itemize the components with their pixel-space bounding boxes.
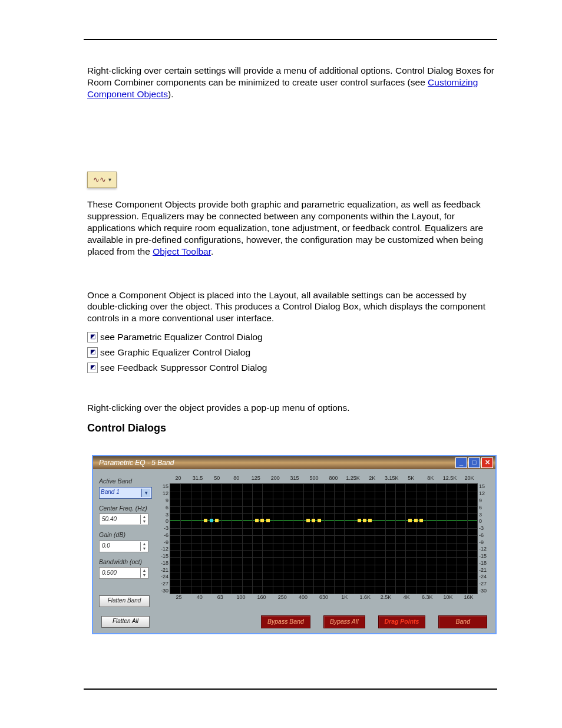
tick-label: 20K <box>459 475 479 483</box>
page-icon: ◩ <box>87 332 98 342</box>
active-band-select[interactable]: Band 1 ▾ <box>99 487 152 499</box>
see-link-label: see Graphic Equalizer Control Dialog <box>100 347 250 358</box>
tick-label: 63 <box>210 594 230 602</box>
x-ticks-bottom: 2540631001602504006301K1.6K2.5K4K6.3K10K… <box>156 594 490 602</box>
tick-label: 9 <box>479 498 490 505</box>
gain-stepper[interactable]: 0.0 ▲▼ <box>99 541 148 552</box>
tick-label: 15 <box>479 483 490 490</box>
tick-label: -21 <box>479 567 490 574</box>
tick-label: 20 <box>168 475 188 483</box>
see-link-row[interactable]: ◩ see Graphic Equalizer Control Dialog <box>87 347 497 358</box>
tick-label: 1K <box>334 594 355 602</box>
tick-label: -18 <box>156 560 168 567</box>
parametric-eq-dialog: Parametric EQ - 5 Band _ □ ✕ Active Band… <box>92 455 497 634</box>
band-node[interactable] <box>215 519 219 522</box>
tick-label: -12 <box>156 546 168 553</box>
maximize-button[interactable]: □ <box>468 457 480 468</box>
tick-label: -27 <box>156 581 168 588</box>
tick-label: 800 <box>324 475 343 483</box>
dialog-title: Parametric EQ - 5 Band <box>95 459 454 467</box>
tick-label: 40 <box>189 594 210 602</box>
tick-label: 2K <box>362 475 382 483</box>
y-ticks-left: 15129630-3-6-9-12-15-18-21-24-27-30 <box>156 483 170 594</box>
band-node[interactable] <box>368 519 372 522</box>
tick-label: 8K <box>421 475 440 483</box>
center-freq-value: 50.40 <box>102 516 140 523</box>
see-link-row[interactable]: ◩ see Parametric Equalizer Control Dialo… <box>87 331 497 343</box>
tick-label: 6 <box>479 505 490 512</box>
active-band-label: Active Band <box>99 477 151 485</box>
eq-plot-area[interactable] <box>170 483 478 594</box>
text: These Component Objects provide both gra… <box>87 199 483 256</box>
tick-label: -6 <box>156 532 168 539</box>
band-node[interactable] <box>306 519 310 522</box>
text: . <box>211 246 213 256</box>
tick-label: 6 <box>156 505 168 512</box>
tick-label: 400 <box>293 594 313 602</box>
tick-label: 630 <box>313 594 334 602</box>
spinner-icon: ▲▼ <box>140 542 148 551</box>
tick-label: 3 <box>479 512 490 519</box>
bandwidth-value: 0.500 <box>102 569 140 577</box>
band-node[interactable] <box>408 519 412 522</box>
band-node[interactable] <box>414 519 418 522</box>
band-button[interactable]: Band <box>438 615 487 628</box>
paragraph: Right-clicking over the object provides … <box>87 402 497 414</box>
see-link-label: see Parametric Equalizer Control Dialog <box>100 331 263 343</box>
close-button[interactable]: ✕ <box>481 457 493 468</box>
tick-label: -15 <box>479 553 490 560</box>
wave-icon: ∿∿ <box>93 175 106 185</box>
band-node[interactable] <box>260 519 264 522</box>
drag-points-button[interactable]: Drag Points <box>378 615 426 628</box>
spinner-icon: ▲▼ <box>140 515 148 524</box>
tick-label: -6 <box>479 532 490 539</box>
center-freq-stepper[interactable]: 50.40 ▲▼ <box>99 513 148 525</box>
band-node[interactable] <box>266 519 270 522</box>
dialog-titlebar[interactable]: Parametric EQ - 5 Band _ □ ✕ <box>93 456 495 469</box>
x-ticks-top: 2031.550801252003155008001.25K2K3.15K5K8… <box>156 475 490 483</box>
tick-label: -9 <box>156 539 168 546</box>
band-node[interactable] <box>318 519 321 522</box>
tick-label: -24 <box>479 574 490 581</box>
tick-label: 5K <box>401 475 421 483</box>
tick-label: -27 <box>479 581 490 588</box>
tick-label: 16K <box>458 594 479 602</box>
bypass-band-button[interactable]: Bypass Band <box>261 615 310 628</box>
link-object-toolbar[interactable]: Object Toolbar <box>153 246 211 256</box>
band-node[interactable] <box>255 519 259 522</box>
band-node[interactable] <box>210 519 213 522</box>
paragraph: These Component Objects provide both gra… <box>87 199 497 257</box>
tick-label: 1.6K <box>355 594 375 602</box>
center-freq-label: Center Freq. (Hz) <box>99 505 151 512</box>
tick-label: -21 <box>156 567 168 574</box>
minimize-button[interactable]: _ <box>455 457 467 468</box>
chevron-down-icon: ▾ <box>141 489 150 497</box>
bandwidth-label: Bandwidth (oct) <box>99 558 151 566</box>
band-node[interactable] <box>312 519 315 522</box>
eq-graph[interactable]: 2031.550801252003155008001.25K2K3.15K5K8… <box>156 475 490 607</box>
flatten-band-button[interactable]: Flatten Band <box>99 595 150 607</box>
tick-label: 200 <box>266 475 285 483</box>
page-icon: ◩ <box>87 347 98 358</box>
tick-label: 160 <box>252 594 272 602</box>
tick-label: -18 <box>479 560 490 567</box>
tick-label: -30 <box>479 588 490 595</box>
band-node[interactable] <box>358 519 361 522</box>
equalizer-toolbar-icon: ∿∿ ▾ <box>87 172 117 188</box>
tick-label: 25 <box>168 594 189 602</box>
tick-label: 31.5 <box>188 475 207 483</box>
flatten-all-button[interactable]: Flatten All <box>101 616 150 628</box>
dialog-side-panel: Active Band Band 1 ▾ Center Freq. (Hz) 5… <box>99 475 151 607</box>
tick-label: -3 <box>156 525 168 532</box>
band-node[interactable] <box>204 519 207 522</box>
tick-label: -3 <box>479 525 490 532</box>
band-node[interactable] <box>419 519 423 522</box>
bandwidth-stepper[interactable]: 0.500 ▲▼ <box>99 567 148 579</box>
band-node[interactable] <box>363 519 366 522</box>
see-link-row[interactable]: ◩ see Feedback Suppressor Control Dialog <box>87 362 497 374</box>
tick-label: 12.5K <box>440 475 459 483</box>
tick-label: 1.25K <box>343 475 362 483</box>
bypass-all-button[interactable]: Bypass All <box>323 615 365 628</box>
dialog-button-row: Flatten All Bypass Band Bypass All Drag … <box>93 612 495 633</box>
active-band-value: Band 1 <box>101 489 120 496</box>
